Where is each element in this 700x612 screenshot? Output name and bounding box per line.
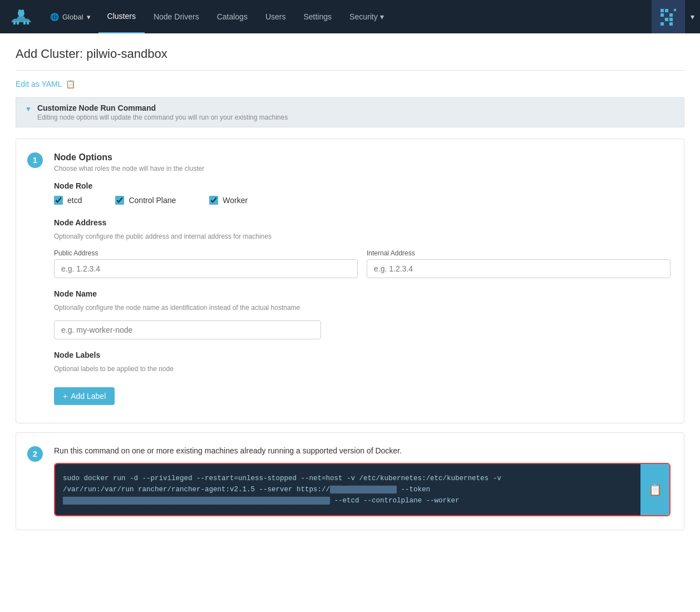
node-options-subtitle: Choose what roles the node will have in … bbox=[54, 165, 671, 172]
navbar: 🌐 Global ▾ Clusters Node Drivers Catalog… bbox=[0, 0, 700, 33]
svg-rect-11 bbox=[660, 13, 664, 17]
worker-checkbox-item: Worker bbox=[209, 196, 248, 205]
svg-rect-12 bbox=[665, 13, 668, 17]
node-address-label: Node Address bbox=[54, 218, 671, 227]
node-name-label: Node Name bbox=[54, 289, 671, 298]
node-name-section: Node Name Optionally configure the node … bbox=[54, 289, 671, 339]
control-plane-checkbox[interactable] bbox=[115, 196, 124, 205]
nav-item-security[interactable]: Security ▾ bbox=[341, 0, 393, 33]
command-box: sudo docker run -d --privileged --restar… bbox=[55, 464, 640, 515]
public-address-input[interactable] bbox=[54, 259, 358, 278]
logo[interactable] bbox=[0, 0, 42, 33]
node-labels-section: Node Labels Optional labels to be applie… bbox=[54, 351, 671, 405]
rancher-logo-icon bbox=[9, 7, 33, 27]
step-1-content: Node Options Choose what roles the node … bbox=[54, 152, 671, 409]
step-1-number: 1 bbox=[27, 152, 43, 168]
copy-icon-white: 📋 bbox=[648, 483, 662, 496]
step-2-number: 2 bbox=[27, 446, 43, 462]
internal-address-input[interactable] bbox=[367, 259, 671, 278]
command-line-2: /var/run:/var/run rancher/rancher-agent:… bbox=[63, 486, 430, 493]
node-address-subtitle: Optionally configure the public address … bbox=[54, 233, 671, 240]
globe-icon: 🌐 bbox=[50, 13, 59, 21]
collapsible-subtitle: Editing node options will update the com… bbox=[37, 113, 288, 121]
svg-rect-10 bbox=[669, 9, 673, 12]
user-avatar[interactable] bbox=[652, 0, 685, 33]
add-label-button[interactable]: + Add Label bbox=[54, 387, 115, 405]
security-chevron-icon: ▾ bbox=[380, 12, 384, 21]
public-address-field: Public Address bbox=[54, 249, 358, 278]
address-row: Public Address Internal Address bbox=[54, 249, 671, 278]
worker-checkbox[interactable] bbox=[209, 196, 218, 205]
svg-rect-13 bbox=[669, 13, 673, 17]
command-server-url: ███ ████████ ███ bbox=[330, 486, 397, 493]
customize-command-section[interactable]: ▼ Customize Node Run Command Editing nod… bbox=[16, 97, 684, 127]
svg-rect-2 bbox=[17, 21, 19, 24]
node-options-title: Node Options bbox=[54, 152, 671, 162]
svg-rect-15 bbox=[665, 18, 668, 21]
global-menu[interactable]: 🌐 Global ▾ bbox=[42, 0, 98, 33]
nav-item-settings[interactable]: Settings bbox=[294, 0, 341, 33]
svg-rect-18 bbox=[665, 22, 668, 26]
internal-address-label: Internal Address bbox=[367, 249, 671, 257]
step-2-card: 2 Run this command on one or more existi… bbox=[16, 432, 684, 530]
user-menu-chevron[interactable]: ▾ bbox=[685, 12, 700, 21]
user-avatar-icon bbox=[658, 7, 678, 27]
node-name-input[interactable] bbox=[54, 320, 321, 339]
node-role-row: etcd Control Plane Worker bbox=[54, 196, 671, 205]
node-role-label: Node Role bbox=[54, 181, 671, 190]
steps-container: 1 Node Options Choose what roles the nod… bbox=[16, 139, 684, 530]
node-labels-label: Node Labels bbox=[54, 351, 671, 359]
command-flags: --etcd --controlplane --worker bbox=[330, 497, 460, 505]
chevron-down-icon: ▾ bbox=[87, 13, 91, 21]
edit-yaml-label: Edit as YAML bbox=[16, 80, 62, 88]
node-name-input-wrap bbox=[54, 320, 671, 339]
internal-address-field: Internal Address bbox=[367, 249, 671, 278]
collapse-arrow-icon: ▼ bbox=[25, 105, 32, 113]
node-labels-subtitle: Optional labels to be applied to the nod… bbox=[54, 365, 671, 373]
svg-rect-4 bbox=[27, 21, 29, 24]
add-label-btn-label: Add Label bbox=[71, 392, 106, 401]
svg-rect-21 bbox=[674, 18, 676, 20]
copy-icon: 📋 bbox=[66, 80, 75, 88]
control-plane-label: Control Plane bbox=[129, 196, 176, 205]
plus-icon: + bbox=[63, 392, 67, 401]
collapsible-title: Customize Node Run Command bbox=[37, 103, 288, 112]
global-label: Global bbox=[62, 13, 83, 21]
svg-rect-19 bbox=[669, 22, 673, 26]
command-box-wrapper: sudo docker run -d --privileged --restar… bbox=[54, 463, 671, 516]
etcd-checkbox-item: etcd bbox=[54, 196, 82, 205]
etcd-label: etcd bbox=[67, 196, 82, 205]
svg-rect-3 bbox=[23, 21, 26, 24]
svg-rect-14 bbox=[660, 18, 664, 21]
collapsible-content: Customize Node Run Command Editing node … bbox=[37, 103, 288, 121]
copy-command-button[interactable]: 📋 bbox=[640, 464, 669, 515]
nav-item-users[interactable]: Users bbox=[257, 0, 295, 33]
control-plane-checkbox-item: Control Plane bbox=[115, 196, 176, 205]
svg-rect-9 bbox=[665, 9, 668, 12]
page-title: Add Cluster: pilwio-sandbox bbox=[16, 47, 684, 61]
node-name-subtitle: Optionally configure the node name as id… bbox=[54, 304, 671, 312]
nav-item-clusters[interactable]: Clusters bbox=[98, 0, 145, 33]
nav-item-catalogs[interactable]: Catalogs bbox=[208, 0, 257, 33]
worker-label: Worker bbox=[223, 196, 248, 205]
navbar-right: ▾ bbox=[652, 0, 700, 33]
svg-rect-1 bbox=[13, 21, 16, 24]
edit-yaml-link[interactable]: Edit as YAML 📋 bbox=[16, 80, 75, 88]
divider bbox=[16, 70, 684, 71]
svg-rect-8 bbox=[660, 9, 664, 12]
etcd-checkbox[interactable] bbox=[54, 196, 63, 205]
step-1-card: 1 Node Options Choose what roles the nod… bbox=[16, 139, 684, 423]
node-address-section: Node Address Optionally configure the pu… bbox=[54, 218, 671, 278]
public-address-label: Public Address bbox=[54, 249, 358, 257]
user-chevron-icon: ▾ bbox=[691, 12, 694, 21]
step-2-content: Run this command on one or more existing… bbox=[54, 446, 671, 516]
svg-point-6 bbox=[18, 9, 21, 12]
command-token: ████████████████████████████████████████… bbox=[63, 497, 330, 505]
step2-description: Run this command on one or more existing… bbox=[54, 446, 671, 455]
svg-rect-20 bbox=[674, 9, 676, 11]
main-nav: Clusters Node Drivers Catalogs Users Set… bbox=[98, 0, 652, 33]
page-content: Add Cluster: pilwio-sandbox Edit as YAML… bbox=[0, 33, 700, 612]
nav-item-node-drivers[interactable]: Node Drivers bbox=[145, 0, 208, 33]
command-line-1: sudo docker run -d --privileged --restar… bbox=[63, 475, 501, 482]
svg-rect-17 bbox=[660, 22, 664, 26]
